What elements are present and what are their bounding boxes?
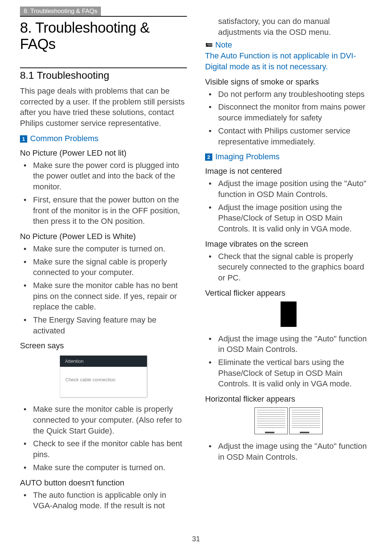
imaging-problems-label: Imaging Problems (215, 152, 279, 161)
page-content: 8. Troubleshooting & FAQs 8.1 Troublesho… (0, 16, 392, 517)
section-title: 8.1 Troubleshooting (20, 70, 187, 81)
vflicker-icon (270, 301, 307, 327)
sub-vflicker: Vertical flicker appears (205, 288, 372, 298)
list-vflicker: Adjust the image using the "Auto" functi… (205, 333, 372, 389)
list-hflicker: Adjust the image using the "Auto" functi… (205, 441, 372, 462)
list-item: Adjust the image position using the Phas… (205, 202, 372, 234)
sub-screen-says: Screen says (20, 341, 187, 350)
list-item: Make sure the computer is turned on. (20, 243, 187, 254)
list-item: Check that the signal cable is properly … (205, 251, 372, 283)
sub-hflicker: Horizontal flicker appears (205, 394, 372, 404)
list-vibrates: Check that the signal cable is properly … (205, 251, 372, 283)
list-no-pic-off: Make sure the power cord is plugged into… (20, 160, 187, 227)
list-item: First, ensure that the power button on t… (20, 194, 187, 227)
list-not-centered: Adjust the image position using the "Aut… (205, 178, 372, 234)
list-item: Make sure the monitor cable has no bent … (20, 280, 187, 312)
note-label: Note (215, 40, 232, 50)
note-heading: Note (205, 40, 372, 50)
sub-vibrates: Image vibrates on the screen (205, 239, 372, 249)
number-badge-2: 2 (205, 153, 212, 161)
sub-no-picture-led-off: No Picture (Power LED not lit) (20, 148, 187, 158)
attention-title: Attention (60, 356, 147, 367)
list-item: Adjust the image using the "Auto" functi… (205, 333, 372, 355)
sub-not-centered: Image is not centered (205, 167, 372, 176)
note-icon (205, 42, 212, 48)
list-item: Make sure the computer is turned on. (20, 462, 187, 473)
chapter-title: 8. Troubleshooting & FAQs (20, 20, 187, 52)
hflicker-mini (289, 407, 323, 434)
list-smoke: Do not perform any troubleshooting steps… (205, 89, 372, 147)
attention-dialog: Attention Check cable connection (60, 356, 147, 397)
sub-smoke: Visible signs of smoke or sparks (205, 77, 372, 87)
list-item: Disconnect the monitor from mains power … (205, 102, 372, 123)
common-problems-heading: 1Common Problems (20, 134, 187, 143)
hflicker-image (205, 407, 372, 436)
imaging-problems-heading: 2Imaging Problems (205, 152, 372, 161)
page-number: 31 (0, 535, 392, 543)
list-no-pic-white: Make sure the computer is turned on. Mak… (20, 243, 187, 336)
note-text: The Auto Function is not applicable in D… (205, 50, 372, 72)
list-item: Do not perform any troubleshooting steps (205, 89, 372, 100)
list-item: Make sure the signal cable is properly c… (20, 257, 187, 278)
list-item: Adjust the image using the "Auto" functi… (205, 441, 372, 462)
rule-top (20, 16, 187, 17)
sub-no-picture-white: No Picture (Power LED is White) (20, 232, 187, 241)
hflicker-icon (254, 407, 323, 434)
rule-mid (20, 67, 187, 68)
list-item: Adjust the image position using the "Aut… (205, 178, 372, 200)
list-item: Eliminate the vertical bars using the Ph… (205, 357, 372, 389)
sub-auto-button: AUTO button doesn't function (20, 478, 187, 488)
list-item: Make sure the monitor cable is properly … (20, 404, 187, 436)
list-item: Make sure the power cord is plugged into… (20, 160, 187, 192)
common-problems-label: Common Problems (30, 134, 98, 143)
header-tab: 8. Troubleshooting & FAQs (20, 7, 101, 16)
attention-message: Check cable connection (60, 367, 147, 397)
intro-paragraph: This page deals with problems that can b… (20, 86, 187, 129)
list-item: The Energy Saving feature may be activat… (20, 315, 187, 336)
vflicker-image (205, 301, 372, 328)
number-badge-1: 1 (20, 135, 27, 143)
hflicker-mini (254, 407, 288, 434)
list-item: Check to see if the monitor cable has be… (20, 438, 187, 460)
list-screen-says: Make sure the monitor cable is properly … (20, 404, 187, 473)
list-item: Contact with Philips customer service re… (205, 126, 372, 147)
